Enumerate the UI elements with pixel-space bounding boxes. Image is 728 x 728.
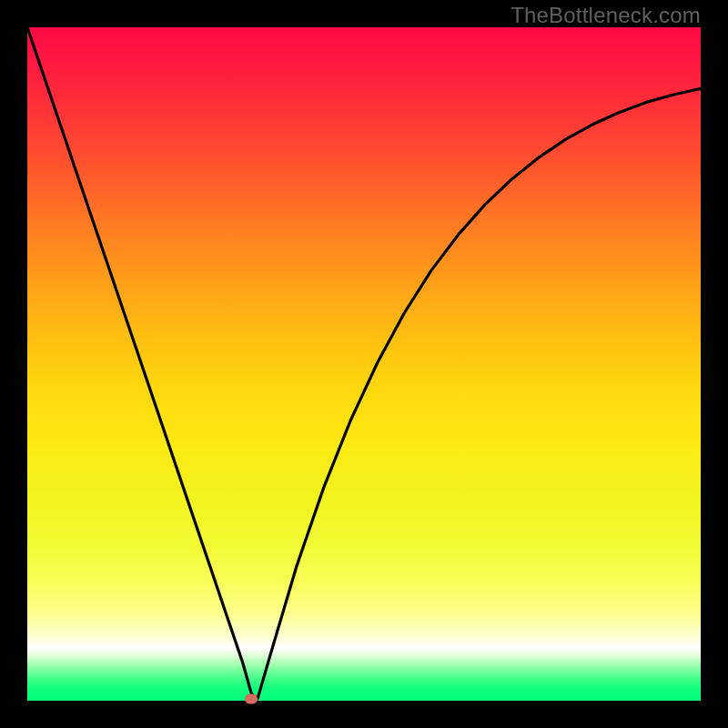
brand-watermark: TheBottleneck.com (511, 3, 701, 28)
plot-area (27, 27, 701, 701)
bottleneck-curve (27, 27, 701, 701)
min-point-marker (245, 693, 258, 703)
chart-frame: TheBottleneck.com (0, 0, 728, 728)
